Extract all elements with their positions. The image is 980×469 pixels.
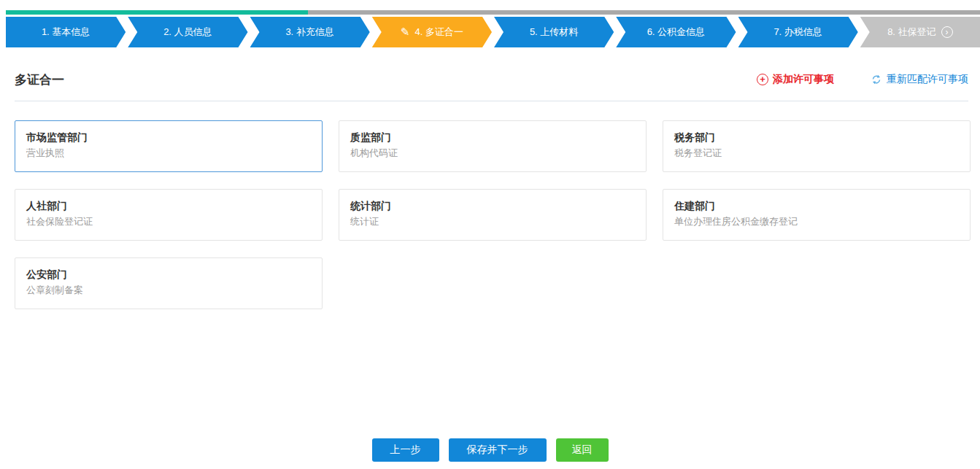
wizard-step-label: 4. 多证合一 <box>414 26 463 39</box>
card-certificate: 社会保险登记证 <box>26 214 311 229</box>
save-next-button[interactable]: 保存并下一步 <box>449 438 547 462</box>
card-department: 市场监管部门 <box>26 129 311 145</box>
divider <box>15 101 968 101</box>
header-actions: + 添加许可事项 重新匹配许可事项 <box>757 73 968 86</box>
card-certificate: 公章刻制备案 <box>26 282 311 298</box>
prev-step-button[interactable]: 上一步 <box>372 438 439 462</box>
card-department: 公安部门 <box>26 266 311 282</box>
certificate-card[interactable]: 统计部门统计证 <box>339 189 647 241</box>
card-department: 统计部门 <box>350 198 635 214</box>
add-permit-link[interactable]: + 添加许可事项 <box>757 73 834 86</box>
card-certificate: 机构代码证 <box>350 145 635 160</box>
card-certificate: 税务登记证 <box>674 145 959 160</box>
certificate-card[interactable]: 质监部门机构代码证 <box>339 120 647 172</box>
wizard-step-label: 1. 基本信息 <box>42 26 90 39</box>
plus-circle-icon: + <box>757 74 768 85</box>
footer-buttons: 上一步 保存并下一步 返回 <box>0 438 980 462</box>
wizard-step-label: 8. 社保登记 <box>887 26 935 39</box>
wizard-step-label: 7. 办税信息 <box>773 26 822 39</box>
page: 1. 基本信息2. 人员信息3. 补充信息✎4. 多证合一5. 上传材料6. 公… <box>0 0 980 469</box>
pencil-icon: ✎ <box>401 26 410 37</box>
refresh-icon <box>871 74 882 85</box>
chevron-circle-icon: › <box>941 26 953 38</box>
card-certificate: 统计证 <box>350 214 635 229</box>
wizard-step-8[interactable]: 8. 社保登记› <box>860 17 980 47</box>
card-certificate: 单位办理住房公积金缴存登记 <box>674 214 959 229</box>
wizard-step-4[interactable]: ✎4. 多证合一 <box>372 17 492 47</box>
certificate-card[interactable]: 税务部门税务登记证 <box>663 120 971 172</box>
certificate-card-grid: 市场监管部门营业执照质监部门机构代码证税务部门税务登记证人社部门社会保险登记证统… <box>15 120 971 309</box>
add-permit-label: 添加许可事项 <box>773 73 834 86</box>
rematch-permit-link[interactable]: 重新匹配许可事项 <box>871 73 968 86</box>
certificate-card[interactable]: 人社部门社会保险登记证 <box>15 189 323 241</box>
card-department: 税务部门 <box>674 129 959 145</box>
wizard-progress-fill <box>6 10 308 15</box>
wizard-progress-track <box>6 10 980 15</box>
wizard-stepper: 1. 基本信息2. 人员信息3. 补充信息✎4. 多证合一5. 上传材料6. 公… <box>6 17 980 47</box>
back-button[interactable]: 返回 <box>556 438 609 462</box>
card-department: 人社部门 <box>26 198 311 214</box>
certificate-card[interactable]: 住建部门单位办理住房公积金缴存登记 <box>663 189 971 241</box>
wizard-step-2[interactable]: 2. 人员信息 <box>128 17 247 47</box>
wizard-step-7[interactable]: 7. 办税信息 <box>738 17 858 47</box>
wizard-step-label: 3. 补充信息 <box>285 26 333 39</box>
wizard-step-label: 6. 公积金信息 <box>647 26 705 39</box>
certificate-card[interactable]: 公安部门公章刻制备案 <box>15 257 323 309</box>
card-department: 质监部门 <box>350 129 635 145</box>
section-header: 多证合一 + 添加许可事项 重新匹配许可事项 <box>15 69 968 90</box>
card-certificate: 营业执照 <box>26 145 311 160</box>
rematch-permit-label: 重新匹配许可事项 <box>887 73 968 86</box>
wizard-step-label: 2. 人员信息 <box>163 26 212 39</box>
page-title: 多证合一 <box>15 71 64 88</box>
wizard-step-5[interactable]: 5. 上传材料 <box>494 17 614 47</box>
wizard-step-label: 5. 上传材料 <box>530 26 578 39</box>
wizard-step-3[interactable]: 3. 补充信息 <box>250 17 370 47</box>
certificate-card[interactable]: 市场监管部门营业执照 <box>15 120 323 172</box>
card-department: 住建部门 <box>674 198 959 214</box>
wizard-step-6[interactable]: 6. 公积金信息 <box>616 17 736 47</box>
wizard-step-1[interactable]: 1. 基本信息 <box>6 17 126 47</box>
